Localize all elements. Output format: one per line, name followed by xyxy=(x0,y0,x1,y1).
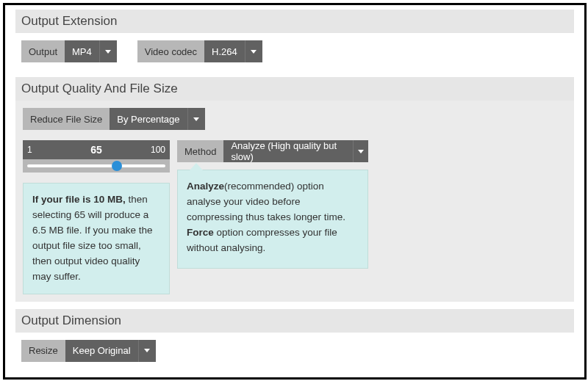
section-header-dimension: Output Dimension xyxy=(15,309,574,333)
reduce-file-size-value: By Percentage xyxy=(110,108,187,130)
hint-left-rest: then selecting 65 will produce a 6.5 MB … xyxy=(32,194,153,282)
section-body-quality: Reduce File Size By Percentage 1 65 100 xyxy=(15,101,574,302)
method-select[interactable]: Method Analyze (High quality but slow) xyxy=(177,140,368,162)
chevron-down-icon xyxy=(245,40,262,62)
chevron-down-icon xyxy=(99,40,117,62)
slider-thumb[interactable] xyxy=(112,161,122,171)
percentage-slider[interactable] xyxy=(23,159,170,173)
output-format-select[interactable]: Output MP4 xyxy=(21,40,117,62)
method-hint: Analyze(recommended) option analyse your… xyxy=(177,170,368,269)
output-format-value: MP4 xyxy=(65,40,99,62)
chevron-down-icon xyxy=(353,140,368,162)
tooltip-arrow-icon xyxy=(190,163,203,170)
output-format-label: Output xyxy=(21,40,65,62)
resize-select[interactable]: Resize Keep Original xyxy=(21,340,156,362)
hint-right-bold1: Analyze xyxy=(187,181,224,192)
section-dimension: Output Dimension Resize Keep Original xyxy=(15,309,574,369)
resize-label: Resize xyxy=(21,340,65,362)
reduce-file-size-select[interactable]: Reduce File Size By Percentage xyxy=(23,108,205,130)
resize-value: Keep Original xyxy=(65,340,138,362)
percentage-scale: 1 65 100 xyxy=(23,140,170,159)
method-column: Method Analyze (High quality but slow) A… xyxy=(177,140,368,269)
section-body-dimension: Resize Keep Original xyxy=(15,333,574,369)
chevron-down-icon xyxy=(187,108,205,130)
percentage-hint: If your file is 10 MB, then selecting 65… xyxy=(23,183,170,294)
hint-left-bold: If your file is 10 MB, xyxy=(32,194,126,205)
settings-panel: Output Extension Output MP4 Video codec … xyxy=(3,3,587,380)
section-body-output-extension: Output MP4 Video codec H.264 xyxy=(15,33,574,70)
video-codec-select[interactable]: Video codec H.264 xyxy=(137,40,262,62)
percentage-column: 1 65 100 If your file is 10 MB, then sel… xyxy=(23,140,170,294)
section-output-extension: Output Extension Output MP4 Video codec … xyxy=(15,10,574,70)
reduce-file-size-label: Reduce File Size xyxy=(23,108,110,130)
hint-right-bold2: Force xyxy=(187,227,214,238)
method-value: Analyze (High quality but slow) xyxy=(223,140,353,162)
chevron-down-icon xyxy=(138,340,156,362)
section-header-quality: Output Quality And File Size xyxy=(15,77,574,101)
video-codec-label: Video codec xyxy=(137,40,204,62)
section-header-output-extension: Output Extension xyxy=(15,10,574,33)
video-codec-value: H.264 xyxy=(204,40,245,62)
section-quality: Output Quality And File Size Reduce File… xyxy=(15,77,574,302)
method-label: Method xyxy=(177,140,223,162)
percentage-value: 65 xyxy=(23,144,170,156)
